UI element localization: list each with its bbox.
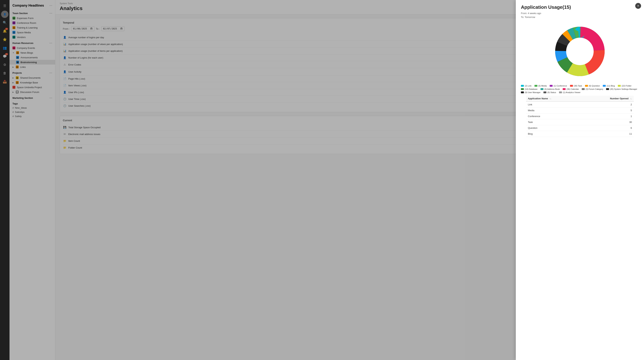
legend-swatch-settings <box>606 88 609 90</box>
legend-media: (5) Media <box>534 85 547 87</box>
legend-swatch-task <box>570 85 573 87</box>
app-name-cell: Conference <box>526 113 582 119</box>
count-cell: 30 <box>582 119 634 125</box>
app-name-cell: Task <box>526 119 582 125</box>
col-app-label: Application Name <box>528 97 548 100</box>
table-row: Question6 <box>526 125 634 131</box>
modal-header: Application Usage(15) From: 4 weeks ago … <box>516 0 644 22</box>
table-row: Task30 <box>526 119 634 125</box>
usage-table: Application Name ↑↓ Number Opened ↑↓ Lin… <box>526 96 634 137</box>
legend-label-settings: (45) System Settings Manager <box>610 88 637 90</box>
legend-swatch-analytics <box>559 91 562 93</box>
legend-user-manager: (9) User Manager <box>521 91 540 93</box>
donut-hole <box>566 38 594 65</box>
legend-swatch-status <box>544 91 546 93</box>
legend-label-status: (9) Status <box>547 91 556 93</box>
legend-label-calendar: (36) Calendar <box>566 88 579 90</box>
sort-arrows-app: ↑↓ <box>549 98 551 100</box>
legend-analytics-viewer: (1) Analytics Viewer <box>559 91 580 93</box>
legend-swatch-user-mgr <box>521 91 524 93</box>
legend-swatch-link <box>521 85 524 87</box>
usage-table-wrapper: Application Name ↑↓ Number Opened ↑↓ Lin… <box>516 96 644 141</box>
legend-question: (6) Question <box>585 85 600 87</box>
legend-address-book: (6) Address Book <box>540 88 560 90</box>
legend-label-task: (30) Task <box>574 85 582 87</box>
modal-from-date: From: 4 weeks ago <box>521 11 639 15</box>
legend-blog: (11) Blog <box>603 85 615 87</box>
chart-legend: (2) Link (5) Media (1) Conference (30) T… <box>516 82 644 96</box>
legend-swatch-database <box>521 88 524 90</box>
legend-swatch-calendar <box>563 88 566 90</box>
sort-arrows-num: ↑↓ <box>630 98 632 100</box>
legend-system-settings: (45) System Settings Manager <box>606 88 637 90</box>
table-row: Media5 <box>526 107 634 113</box>
legend-swatch-folder <box>618 85 621 87</box>
legend-label-address: (6) Address Book <box>544 88 560 90</box>
count-cell: 6 <box>582 125 634 131</box>
legend-swatch-question <box>585 85 588 87</box>
legend-forum: (3) Forum Category <box>582 88 603 90</box>
legend-folder: (22) Folder <box>618 85 632 87</box>
legend-label-question: (6) Question <box>589 85 600 87</box>
app-name-cell: Question <box>526 125 582 131</box>
col-num-label: Number Opened <box>610 97 628 100</box>
legend-swatch-media <box>534 85 538 87</box>
table-row: Conference1 <box>526 113 634 119</box>
legend-label-forum: (3) Forum Category <box>586 88 603 90</box>
legend-label-link: (2) Link <box>525 85 532 87</box>
modal-panel: × Application Usage(15) From: 4 weeks ag… <box>516 0 644 360</box>
legend-calendar: (36) Calendar <box>563 88 579 90</box>
legend-swatch-forum <box>582 88 585 90</box>
legend-link: (2) Link <box>521 85 532 87</box>
legend-label-conference: (1) Conference <box>554 85 567 87</box>
legend-conference: (1) Conference <box>550 85 567 87</box>
table-col-app-name[interactable]: Application Name ↑↓ <box>526 96 582 102</box>
count-cell: 5 <box>582 107 634 113</box>
count-cell: 2 <box>582 102 634 108</box>
legend-label-folder: (22) Folder <box>622 85 632 87</box>
legend-label-user-mgr: (9) User Manager <box>525 91 540 93</box>
legend-task: (30) Task <box>570 85 582 87</box>
modal-overlay: × Application Usage(15) From: 4 weeks ag… <box>0 0 644 360</box>
app-name-cell: Blog <box>526 131 582 137</box>
count-cell: 1 <box>582 113 634 119</box>
legend-database: (14) Database <box>521 88 538 90</box>
legend-swatch-address <box>540 88 544 90</box>
app-name-cell: Link <box>526 102 582 108</box>
chart-container <box>516 22 644 82</box>
table-col-num-opened[interactable]: Number Opened ↑↓ <box>582 96 634 102</box>
legend-label-analytics: (1) Analytics Viewer <box>563 91 580 93</box>
legend-label-database: (14) Database <box>525 88 538 90</box>
table-row: Blog11 <box>526 131 634 137</box>
legend-status: (9) Status <box>544 91 556 93</box>
table-row: Link2 <box>526 102 634 108</box>
modal-to-date: To: Tomorrow <box>521 15 639 19</box>
legend-swatch-blog <box>603 85 606 87</box>
count-cell: 11 <box>582 131 634 137</box>
legend-label-blog: (11) Blog <box>607 85 615 87</box>
legend-swatch-conference <box>550 85 552 87</box>
legend-label-media: (5) Media <box>538 85 547 87</box>
modal-close-button[interactable]: × <box>635 3 641 9</box>
modal-title: Application Usage(15) <box>521 4 639 10</box>
app-name-cell: Media <box>526 107 582 113</box>
donut-chart <box>552 24 607 79</box>
